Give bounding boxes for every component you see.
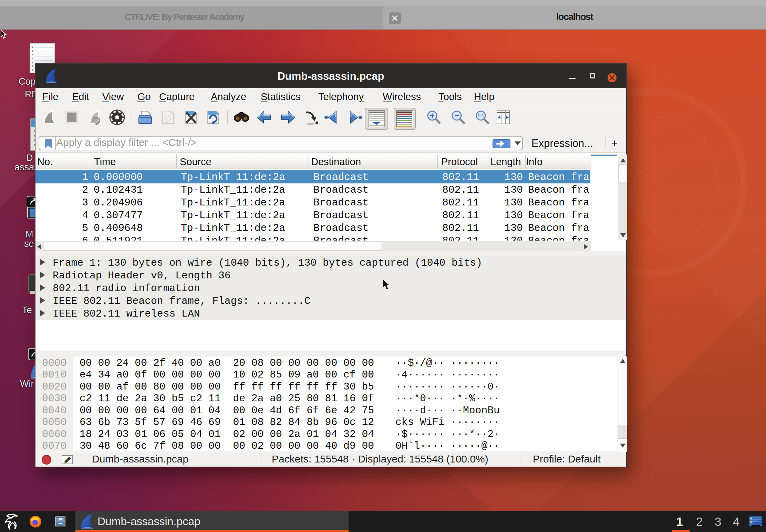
svg-text:0011: 0011: [164, 121, 172, 124]
svg-text:1:1: 1:1: [478, 113, 484, 118]
